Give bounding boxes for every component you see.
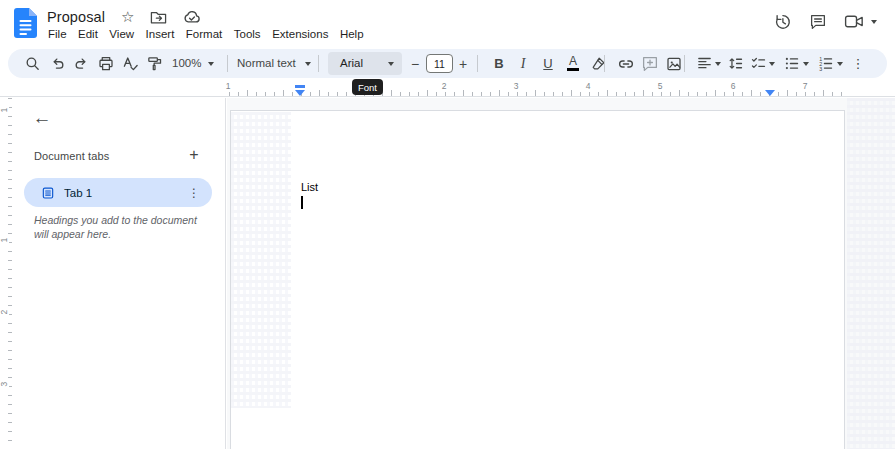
numbered-list-icon[interactable]: 1 2 3: [813, 51, 837, 76]
insert-link-icon[interactable]: [614, 51, 638, 76]
tab-label: Tab 1: [64, 187, 92, 199]
close-sidebar-button[interactable]: ←: [28, 104, 56, 132]
headings-hint: Headings you add to the document will ap…: [34, 213, 212, 241]
cloud-saved-icon[interactable]: [183, 10, 201, 24]
meet-camera-icon[interactable]: [844, 13, 865, 30]
docs-logo-icon[interactable]: [14, 8, 37, 38]
styles-select[interactable]: Normal text: [237, 57, 296, 69]
render-artifact: [847, 98, 895, 449]
insert-image-icon[interactable]: [662, 51, 686, 76]
document-page[interactable]: [230, 110, 845, 449]
redo-icon[interactable]: [69, 51, 93, 76]
tab-document-icon: [41, 186, 55, 200]
move-folder-icon[interactable]: [150, 10, 167, 25]
zoom-caret-icon[interactable]: [208, 62, 214, 66]
document-text[interactable]: List: [301, 181, 318, 193]
spellcheck-icon[interactable]: [118, 51, 142, 76]
svg-text:3: 3: [819, 66, 822, 72]
first-line-indent-marker[interactable]: [295, 85, 305, 88]
sidebar-title: Document tabs: [34, 150, 109, 162]
version-history-icon[interactable]: [773, 12, 792, 31]
bulleted-list-caret-icon[interactable]: [803, 62, 809, 66]
checklist-icon[interactable]: [746, 51, 770, 76]
font-tooltip: Font: [352, 79, 383, 95]
bulleted-list-icon[interactable]: [779, 51, 803, 76]
italic-button[interactable]: I: [511, 51, 535, 76]
meet-dropdown-caret[interactable]: [871, 20, 877, 24]
styles-caret-icon[interactable]: [305, 62, 311, 66]
star-icon[interactable]: ☆: [121, 9, 134, 24]
document-title[interactable]: Proposal: [47, 9, 105, 25]
menu-insert[interactable]: Insert: [145, 27, 176, 41]
align-caret-icon[interactable]: [715, 62, 721, 66]
increase-font-size-button[interactable]: +: [451, 51, 475, 76]
vertical-ruler[interactable]: 1 1 2 3: [0, 98, 12, 449]
document-tabs-sidebar: ← Document tabs + Tab 1 ⋮ Headings you a…: [12, 98, 226, 449]
header: Proposal ☆ File Edit View Insert Format: [0, 0, 895, 48]
undo-icon[interactable]: [45, 51, 69, 76]
align-left-icon[interactable]: [692, 51, 716, 76]
highlight-color-icon[interactable]: [586, 51, 610, 76]
text-color-swatch: [567, 68, 579, 71]
paint-format-icon[interactable]: [142, 51, 166, 76]
text-cursor: [301, 196, 303, 209]
font-size-input[interactable]: 11: [426, 54, 453, 73]
underline-button[interactable]: U: [536, 51, 560, 76]
left-indent-marker[interactable]: [295, 90, 305, 96]
text-color-button[interactable]: A: [561, 51, 585, 76]
tab-item-selected[interactable]: Tab 1 ⋮: [24, 178, 212, 207]
tab-options-icon[interactable]: ⋮: [185, 184, 203, 202]
right-indent-marker[interactable]: [765, 90, 775, 96]
add-comment-icon[interactable]: [638, 51, 662, 76]
print-icon[interactable]: [94, 51, 118, 76]
more-options-icon[interactable]: ⋮: [846, 51, 870, 76]
checklist-caret-icon[interactable]: [769, 62, 775, 66]
menu-edit[interactable]: Edit: [77, 27, 99, 41]
ruler-labels: 1 1 2 3 4 5 6 7: [228, 79, 846, 97]
numbered-list-caret-icon[interactable]: [837, 62, 843, 66]
menu-format[interactable]: Format: [185, 27, 223, 41]
menu-tools[interactable]: Tools: [233, 27, 262, 41]
decrease-font-size-button[interactable]: −: [403, 51, 427, 76]
menu-file[interactable]: File: [47, 27, 68, 41]
bold-button[interactable]: B: [487, 51, 511, 76]
google-docs-app: Proposal ☆ File Edit View Insert Format: [0, 0, 895, 449]
horizontal-ruler[interactable]: 1 1 2 3 4 5 6 7: [0, 79, 895, 97]
line-spacing-icon[interactable]: [723, 51, 747, 76]
zoom-select[interactable]: 100%: [172, 57, 201, 69]
font-caret-icon: [388, 62, 394, 66]
search-icon[interactable]: [20, 51, 44, 76]
menubar: File Edit View Insert Format Tools Exten…: [47, 27, 365, 41]
comments-icon[interactable]: [809, 13, 827, 31]
menu-help[interactable]: Help: [339, 27, 365, 41]
menu-extensions[interactable]: Extensions: [271, 27, 329, 41]
render-artifact: [231, 112, 291, 408]
toolbar: 100% Normal text Arial − 11 + B I U A: [8, 49, 887, 78]
font-select[interactable]: Arial: [328, 52, 402, 75]
add-tab-button[interactable]: +: [181, 142, 207, 168]
menu-view[interactable]: View: [108, 27, 135, 41]
